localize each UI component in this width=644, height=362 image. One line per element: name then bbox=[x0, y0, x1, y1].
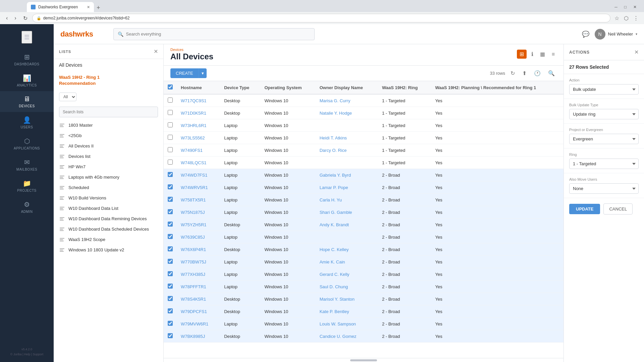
row-checkbox[interactable] bbox=[168, 308, 173, 313]
list-item[interactable]: W10 Dashboard Data Scheduled Devices bbox=[54, 224, 163, 234]
hostname-link[interactable]: W79DPCFS1 bbox=[181, 309, 207, 314]
horizontal-scrollbar[interactable] bbox=[164, 358, 564, 362]
owner-link[interactable]: Gerard C. Kelly bbox=[320, 272, 350, 277]
owner-link[interactable]: Andy K. Brandt bbox=[320, 222, 349, 227]
list-item[interactable]: HP Win7 bbox=[54, 162, 163, 172]
active-tab[interactable]: Dashworks Evergreen ✕ bbox=[27, 2, 94, 12]
grid-view-button[interactable]: ⊞ bbox=[517, 50, 527, 59]
hostname-link[interactable]: W7BK8985J bbox=[181, 334, 205, 339]
owner-link[interactable]: Heidi T. Atkins bbox=[320, 135, 347, 140]
sidebar-item-projects[interactable]: 📁 PROJECTS bbox=[0, 175, 54, 196]
sidebar-item-devices[interactable]: 🖥 DEVICES bbox=[0, 91, 54, 112]
search-lists-input[interactable] bbox=[59, 107, 158, 117]
list-item[interactable]: Windows 10 1803 Update v2 bbox=[54, 245, 163, 255]
hostname-link[interactable]: W71D0K5R1 bbox=[181, 111, 206, 116]
hostname-link[interactable]: W73HRL6R1 bbox=[181, 123, 207, 128]
row-checkbox[interactable] bbox=[168, 246, 173, 251]
owner-link[interactable]: Shari G. Gamble bbox=[320, 210, 352, 215]
tab-close-button[interactable]: ✕ bbox=[87, 5, 90, 9]
address-bar[interactable]: 🔒 demo2.juriba.com/evergreen/#/devices?l… bbox=[32, 14, 610, 22]
ring-select[interactable]: 1 - Targeted bbox=[569, 159, 639, 169]
row-checkbox[interactable] bbox=[168, 122, 173, 127]
hostname-link[interactable]: W76X6P4R1 bbox=[181, 247, 206, 252]
owner-link[interactable]: Kate P. Bentley bbox=[320, 309, 349, 314]
hostname-link[interactable]: W73LS5562 bbox=[181, 135, 205, 140]
row-checkbox[interactable] bbox=[168, 147, 173, 152]
row-checkbox[interactable] bbox=[168, 271, 173, 276]
owner-link[interactable]: Natalie Y. Hodge bbox=[320, 111, 352, 116]
list-item[interactable]: WaaS 19H2 Scope bbox=[54, 234, 163, 245]
more-options-button[interactable]: ⋮ bbox=[632, 14, 640, 23]
hostname-link[interactable]: W74WRV5R1 bbox=[181, 185, 208, 190]
row-checkbox[interactable] bbox=[168, 259, 173, 264]
update-button[interactable]: UPDATE bbox=[569, 204, 600, 214]
maximize-button[interactable]: □ bbox=[622, 3, 629, 11]
row-checkbox[interactable] bbox=[168, 172, 173, 177]
row-checkbox[interactable] bbox=[168, 135, 173, 140]
hostname-link[interactable]: W75YZH5R1 bbox=[181, 222, 207, 227]
list-item[interactable]: Laptops with 4Gb memory bbox=[54, 172, 163, 182]
more-options-button[interactable]: ≡ bbox=[550, 50, 557, 59]
owner-link[interactable]: Marisa G. Curry bbox=[320, 98, 351, 103]
hostname-link[interactable]: W78S4K5R1 bbox=[181, 297, 206, 302]
sidebar-item-admin[interactable]: ⚙ ADMIN bbox=[0, 196, 54, 218]
hostname-link[interactable]: W77XH385J bbox=[181, 272, 205, 277]
owner-link[interactable]: Carla H. Yu bbox=[320, 197, 342, 202]
hostname-link[interactable]: W75N1875J bbox=[181, 210, 205, 215]
row-checkbox[interactable] bbox=[168, 209, 173, 214]
forward-button[interactable]: › bbox=[12, 14, 18, 22]
create-button[interactable]: CREATE bbox=[170, 68, 199, 78]
messages-button[interactable]: 💬 bbox=[582, 31, 589, 38]
owner-link[interactable]: Louis W. Sampson bbox=[320, 321, 356, 326]
hostname-link[interactable]: W748LQCS1 bbox=[181, 160, 207, 165]
row-checkbox[interactable] bbox=[168, 197, 173, 202]
bulk-update-type-select[interactable]: Update ring bbox=[569, 109, 639, 119]
export-button[interactable]: ⬆ bbox=[520, 69, 529, 78]
select-all-checkbox[interactable] bbox=[168, 84, 173, 89]
row-checkbox[interactable] bbox=[168, 296, 173, 301]
list-item[interactable]: W10 Build Versions bbox=[54, 193, 163, 203]
sidebar-item-dashboards[interactable]: ⊞ DASHBOARDS bbox=[0, 49, 54, 70]
list-item[interactable]: All Devices II bbox=[54, 141, 163, 151]
hamburger-menu-button[interactable]: ☰ bbox=[21, 31, 32, 44]
row-checkbox[interactable] bbox=[168, 160, 173, 165]
hostname-link[interactable]: W758TX5R1 bbox=[181, 197, 206, 202]
close-window-button[interactable]: ✕ bbox=[631, 3, 639, 11]
list-item[interactable]: W10 Dashboard Data Remining Devices bbox=[54, 214, 163, 224]
user-profile[interactable]: N Neil Wheeler ▾ bbox=[595, 29, 637, 40]
extensions-button[interactable]: ⬡ bbox=[623, 14, 630, 23]
info-button[interactable]: ℹ bbox=[529, 50, 535, 59]
actions-panel-close-button[interactable]: ✕ bbox=[634, 49, 639, 55]
bookmark-star-button[interactable]: ☆ bbox=[613, 14, 621, 23]
row-checkbox[interactable] bbox=[168, 333, 173, 338]
back-button[interactable]: ‹ bbox=[4, 14, 10, 22]
sidebar-item-users[interactable]: 👤 USERS bbox=[0, 112, 54, 133]
cancel-button[interactable]: CANCEL bbox=[603, 203, 633, 215]
list-item[interactable]: Devices list bbox=[54, 151, 163, 162]
owner-link[interactable]: Hope C. Kelley bbox=[320, 247, 349, 252]
list-item[interactable]: 1803 Master bbox=[54, 120, 163, 130]
list-item[interactable]: Scheduled bbox=[54, 182, 163, 193]
sidebar-item-analytics[interactable]: 📊 ANALYTICS bbox=[0, 70, 54, 91]
hostname-link[interactable]: W717QC9S1 bbox=[181, 98, 207, 103]
row-checkbox[interactable] bbox=[168, 234, 173, 239]
list-item[interactable]: <25Gb bbox=[54, 130, 163, 141]
create-dropdown-button[interactable]: ▾ bbox=[199, 68, 207, 78]
owner-link[interactable]: Candice U. Gomez bbox=[320, 334, 357, 339]
row-checkbox[interactable] bbox=[168, 98, 173, 103]
owner-link[interactable]: Marisol Y. Stanton bbox=[320, 297, 355, 302]
owner-link[interactable]: Darcy O. Rice bbox=[320, 148, 347, 153]
highlighted-list-item[interactable]: WaaS 19H2 - Ring 1Recommendation bbox=[54, 71, 163, 90]
hostname-link[interactable]: W7639C85J bbox=[181, 235, 205, 240]
search-filter-button[interactable]: 🔍 bbox=[546, 69, 557, 78]
row-checkbox[interactable] bbox=[168, 222, 173, 227]
new-tab-button[interactable]: + bbox=[94, 3, 103, 12]
lists-panel-close-button[interactable]: ✕ bbox=[154, 48, 158, 55]
hostname-link[interactable]: W78PFFTR1 bbox=[181, 284, 206, 289]
hostname-link[interactable]: W7490FS1 bbox=[181, 148, 203, 153]
column-layout-button[interactable]: ▦ bbox=[538, 50, 547, 59]
row-checkbox[interactable] bbox=[168, 321, 173, 326]
refresh-button[interactable]: ↻ bbox=[508, 69, 517, 78]
sidebar-item-mailboxes[interactable]: ✉ MAILBOXES bbox=[0, 154, 54, 175]
owner-link[interactable]: Saul D. Chung bbox=[320, 284, 348, 289]
